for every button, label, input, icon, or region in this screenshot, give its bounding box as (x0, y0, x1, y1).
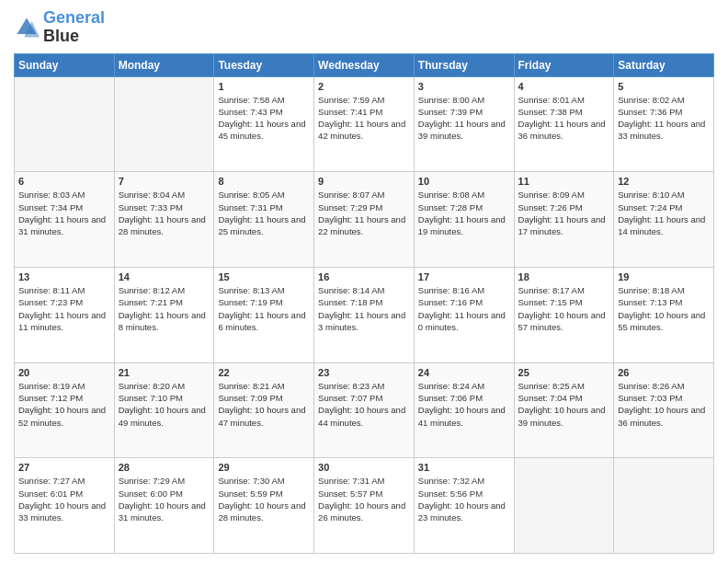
day-info: Sunrise: 8:23 AMSunset: 7:07 PMDaylight:… (318, 380, 410, 429)
day-info: Sunrise: 7:58 AMSunset: 7:43 PMDaylight:… (218, 94, 310, 143)
day-info: Sunrise: 8:00 AMSunset: 7:39 PMDaylight:… (418, 94, 510, 143)
day-number: 19 (618, 271, 710, 282)
day-cell (514, 458, 614, 554)
week-row-5: 27Sunrise: 7:27 AMSunset: 6:01 PMDayligh… (15, 458, 714, 554)
day-number: 28 (119, 462, 210, 473)
day-cell: 9Sunrise: 8:07 AMSunset: 7:29 PMDaylight… (314, 172, 415, 268)
day-number: 17 (418, 271, 510, 282)
day-number: 25 (518, 367, 610, 378)
day-cell: 26Sunrise: 8:26 AMSunset: 7:03 PMDayligh… (614, 362, 714, 458)
day-info: Sunrise: 8:01 AMSunset: 7:38 PMDaylight:… (518, 94, 610, 143)
weekday-header-row: SundayMondayTuesdayWednesdayThursdayFrid… (15, 53, 714, 76)
day-cell (114, 76, 214, 172)
day-info: Sunrise: 8:26 AMSunset: 7:03 PMDaylight:… (618, 380, 710, 429)
day-number: 10 (418, 176, 510, 187)
weekday-friday: Friday (514, 53, 614, 76)
weekday-wednesday: Wednesday (314, 53, 415, 76)
day-info: Sunrise: 8:07 AMSunset: 7:29 PMDaylight:… (318, 189, 410, 237)
day-cell: 4Sunrise: 8:01 AMSunset: 7:38 PMDaylight… (514, 76, 614, 172)
day-info: Sunrise: 8:21 AMSunset: 7:09 PMDaylight:… (218, 380, 310, 429)
day-cell: 6Sunrise: 8:03 AMSunset: 7:34 PMDaylight… (15, 172, 115, 268)
week-row-3: 13Sunrise: 8:11 AMSunset: 7:23 PMDayligh… (15, 267, 714, 362)
day-cell: 5Sunrise: 8:02 AMSunset: 7:36 PMDaylight… (614, 76, 714, 172)
day-cell: 7Sunrise: 8:04 AMSunset: 7:33 PMDaylight… (114, 172, 214, 268)
day-info: Sunrise: 8:16 AMSunset: 7:16 PMDaylight:… (418, 284, 510, 333)
day-number: 6 (18, 176, 110, 187)
day-cell (614, 458, 714, 554)
day-number: 18 (518, 271, 610, 282)
day-info: Sunrise: 8:02 AMSunset: 7:36 PMDaylight:… (618, 94, 710, 143)
day-info: Sunrise: 8:13 AMSunset: 7:19 PMDaylight:… (218, 284, 310, 333)
day-info: Sunrise: 8:17 AMSunset: 7:15 PMDaylight:… (518, 284, 610, 333)
day-cell: 8Sunrise: 8:05 AMSunset: 7:31 PMDaylight… (214, 172, 314, 268)
day-cell: 29Sunrise: 7:30 AMSunset: 5:59 PMDayligh… (214, 458, 314, 554)
day-info: Sunrise: 8:03 AMSunset: 7:34 PMDaylight:… (18, 189, 110, 237)
day-number: 21 (119, 367, 210, 378)
day-number: 24 (418, 367, 510, 378)
day-cell: 19Sunrise: 8:18 AMSunset: 7:13 PMDayligh… (614, 267, 714, 362)
day-number: 26 (618, 367, 710, 378)
day-info: Sunrise: 8:08 AMSunset: 7:28 PMDaylight:… (418, 189, 510, 237)
weekday-saturday: Saturday (614, 53, 714, 76)
day-number: 15 (218, 271, 310, 282)
day-info: Sunrise: 8:19 AMSunset: 7:12 PMDaylight:… (18, 380, 110, 429)
day-cell: 27Sunrise: 7:27 AMSunset: 6:01 PMDayligh… (15, 458, 115, 554)
day-number: 29 (218, 462, 310, 473)
day-number: 20 (18, 367, 110, 378)
day-cell: 17Sunrise: 8:16 AMSunset: 7:16 PMDayligh… (414, 267, 514, 362)
day-number: 23 (318, 367, 410, 378)
day-number: 14 (119, 271, 210, 282)
day-info: Sunrise: 8:12 AMSunset: 7:21 PMDaylight:… (119, 284, 210, 333)
day-cell: 24Sunrise: 8:24 AMSunset: 7:06 PMDayligh… (414, 362, 514, 458)
day-info: Sunrise: 8:04 AMSunset: 7:33 PMDaylight:… (119, 189, 210, 237)
day-info: Sunrise: 7:59 AMSunset: 7:41 PMDaylight:… (318, 94, 410, 143)
day-info: Sunrise: 7:30 AMSunset: 5:59 PMDaylight:… (218, 475, 310, 523)
day-info: Sunrise: 8:10 AMSunset: 7:24 PMDaylight:… (618, 189, 710, 237)
weekday-tuesday: Tuesday (214, 53, 314, 76)
day-cell: 18Sunrise: 8:17 AMSunset: 7:15 PMDayligh… (514, 267, 614, 362)
day-number: 31 (418, 462, 510, 473)
day-cell: 2Sunrise: 7:59 AMSunset: 7:41 PMDaylight… (314, 76, 415, 172)
day-cell: 10Sunrise: 8:08 AMSunset: 7:28 PMDayligh… (414, 172, 514, 268)
day-number: 27 (18, 462, 110, 473)
day-number: 11 (518, 176, 610, 187)
calendar-table: SundayMondayTuesdayWednesdayThursdayFrid… (14, 53, 714, 554)
day-info: Sunrise: 8:18 AMSunset: 7:13 PMDaylight:… (618, 284, 710, 333)
day-cell: 12Sunrise: 8:10 AMSunset: 7:24 PMDayligh… (614, 172, 714, 268)
day-cell: 23Sunrise: 8:23 AMSunset: 7:07 PMDayligh… (314, 362, 415, 458)
header: General Blue (14, 9, 714, 46)
day-number: 5 (618, 81, 710, 92)
day-number: 8 (218, 176, 310, 187)
day-info: Sunrise: 7:32 AMSunset: 5:56 PMDaylight:… (418, 475, 510, 523)
day-number: 3 (418, 81, 510, 92)
day-cell: 14Sunrise: 8:12 AMSunset: 7:21 PMDayligh… (114, 267, 214, 362)
day-number: 16 (318, 271, 410, 282)
day-cell: 22Sunrise: 8:21 AMSunset: 7:09 PMDayligh… (214, 362, 314, 458)
day-number: 9 (318, 176, 410, 187)
day-cell: 20Sunrise: 8:19 AMSunset: 7:12 PMDayligh… (15, 362, 115, 458)
day-cell: 30Sunrise: 7:31 AMSunset: 5:57 PMDayligh… (314, 458, 415, 554)
day-number: 13 (18, 271, 110, 282)
week-row-4: 20Sunrise: 8:19 AMSunset: 7:12 PMDayligh… (15, 362, 714, 458)
page: General Blue SundayMondayTuesdayWednesda… (0, 0, 728, 563)
weekday-sunday: Sunday (15, 53, 115, 76)
logo-text: General Blue (43, 9, 105, 46)
day-info: Sunrise: 8:05 AMSunset: 7:31 PMDaylight:… (218, 189, 310, 237)
day-cell: 1Sunrise: 7:58 AMSunset: 7:43 PMDaylight… (214, 76, 314, 172)
week-row-2: 6Sunrise: 8:03 AMSunset: 7:34 PMDaylight… (15, 172, 714, 268)
day-info: Sunrise: 7:29 AMSunset: 6:00 PMDaylight:… (119, 475, 210, 523)
logo: General Blue (14, 9, 105, 46)
day-cell: 3Sunrise: 8:00 AMSunset: 7:39 PMDaylight… (414, 76, 514, 172)
day-info: Sunrise: 8:09 AMSunset: 7:26 PMDaylight:… (518, 189, 610, 237)
day-cell: 25Sunrise: 8:25 AMSunset: 7:04 PMDayligh… (514, 362, 614, 458)
day-info: Sunrise: 8:11 AMSunset: 7:23 PMDaylight:… (18, 284, 110, 333)
logo-icon (14, 15, 40, 40)
day-cell: 28Sunrise: 7:29 AMSunset: 6:00 PMDayligh… (114, 458, 214, 554)
day-number: 22 (218, 367, 310, 378)
day-cell: 15Sunrise: 8:13 AMSunset: 7:19 PMDayligh… (214, 267, 314, 362)
day-cell (15, 76, 115, 172)
day-info: Sunrise: 8:20 AMSunset: 7:10 PMDaylight:… (119, 380, 210, 429)
day-number: 12 (618, 176, 710, 187)
day-cell: 31Sunrise: 7:32 AMSunset: 5:56 PMDayligh… (414, 458, 514, 554)
weekday-monday: Monday (114, 53, 214, 76)
